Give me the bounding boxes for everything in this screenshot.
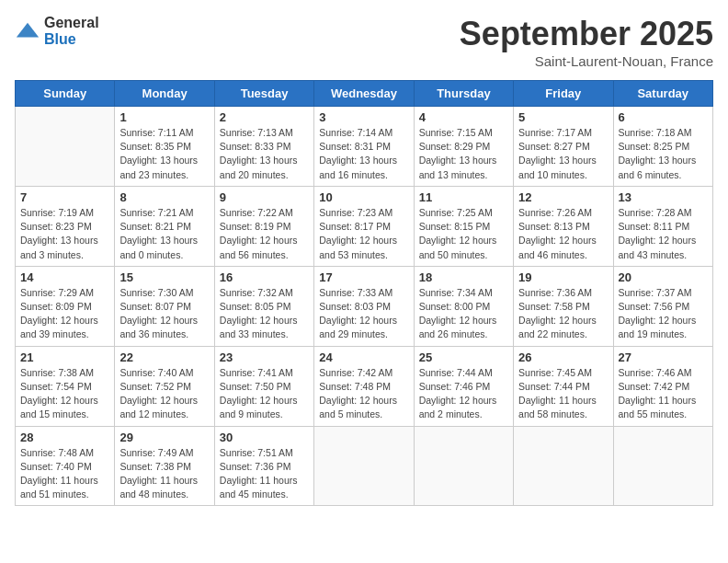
calendar-cell: 13Sunrise: 7:28 AMSunset: 8:11 PMDayligh… [613, 186, 712, 266]
column-header-wednesday: Wednesday [314, 81, 414, 107]
calendar-cell: 10Sunrise: 7:23 AMSunset: 8:17 PMDayligh… [314, 186, 414, 266]
calendar-cell: 19Sunrise: 7:36 AMSunset: 7:58 PMDayligh… [514, 266, 613, 346]
calendar-cell [414, 426, 513, 506]
day-number: 28 [20, 431, 109, 444]
day-info: Sunrise: 7:22 AMSunset: 8:19 PMDaylight:… [220, 206, 309, 262]
day-info: Sunrise: 7:14 AMSunset: 8:31 PMDaylight:… [319, 126, 408, 182]
calendar-cell: 15Sunrise: 7:30 AMSunset: 8:07 PMDayligh… [115, 266, 214, 346]
calendar-cell: 29Sunrise: 7:49 AMSunset: 7:38 PMDayligh… [115, 426, 214, 506]
calendar-cell: 8Sunrise: 7:21 AMSunset: 8:21 PMDaylight… [115, 186, 214, 266]
calendar-cell: 24Sunrise: 7:42 AMSunset: 7:48 PMDayligh… [314, 346, 414, 426]
calendar-cell: 14Sunrise: 7:29 AMSunset: 8:09 PMDayligh… [16, 266, 115, 346]
day-info: Sunrise: 7:32 AMSunset: 8:05 PMDaylight:… [220, 286, 309, 342]
day-number: 17 [319, 270, 408, 284]
calendar-cell: 16Sunrise: 7:32 AMSunset: 8:05 PMDayligh… [214, 266, 313, 346]
column-header-tuesday: Tuesday [214, 81, 313, 107]
day-number: 16 [220, 270, 309, 284]
calendar-week-2: 7Sunrise: 7:19 AMSunset: 8:23 PMDaylight… [16, 186, 713, 266]
calendar-cell [314, 426, 414, 506]
column-header-saturday: Saturday [613, 81, 712, 107]
day-number: 26 [518, 350, 608, 364]
logo-blue: Blue [44, 31, 99, 48]
day-number: 14 [20, 270, 109, 284]
day-number: 6 [619, 110, 708, 124]
day-number: 22 [119, 350, 209, 364]
calendar-cell: 1Sunrise: 7:11 AMSunset: 8:35 PMDaylight… [115, 107, 214, 187]
column-header-monday: Monday [115, 81, 214, 107]
calendar-week-5: 28Sunrise: 7:48 AMSunset: 7:40 PMDayligh… [16, 426, 713, 506]
day-number: 21 [20, 350, 109, 364]
calendar-cell: 25Sunrise: 7:44 AMSunset: 7:46 PMDayligh… [414, 346, 513, 426]
day-info: Sunrise: 7:36 AMSunset: 7:58 PMDaylight:… [518, 286, 608, 342]
day-number: 30 [220, 431, 309, 444]
day-number: 23 [220, 350, 309, 364]
day-info: Sunrise: 7:28 AMSunset: 8:11 PMDaylight:… [619, 206, 708, 262]
calendar-cell [16, 107, 115, 187]
day-info: Sunrise: 7:30 AMSunset: 8:07 PMDaylight:… [119, 286, 209, 342]
logo-general: General [44, 15, 99, 31]
day-number: 7 [20, 190, 109, 204]
day-info: Sunrise: 7:38 AMSunset: 7:54 PMDaylight:… [20, 366, 109, 422]
day-info: Sunrise: 7:37 AMSunset: 7:56 PMDaylight:… [619, 286, 708, 342]
calendar-table: SundayMondayTuesdayWednesdayThursdayFrid… [15, 80, 713, 506]
day-info: Sunrise: 7:49 AMSunset: 7:38 PMDaylight:… [119, 446, 209, 502]
calendar-cell: 4Sunrise: 7:15 AMSunset: 8:29 PMDaylight… [414, 107, 513, 187]
calendar-cell: 26Sunrise: 7:45 AMSunset: 7:44 PMDayligh… [514, 346, 613, 426]
day-number: 27 [619, 350, 708, 364]
calendar-cell: 7Sunrise: 7:19 AMSunset: 8:23 PMDaylight… [16, 186, 115, 266]
day-number: 15 [119, 270, 209, 284]
day-info: Sunrise: 7:46 AMSunset: 7:42 PMDaylight:… [619, 366, 708, 422]
day-info: Sunrise: 7:44 AMSunset: 7:46 PMDaylight:… [419, 366, 508, 422]
day-info: Sunrise: 7:21 AMSunset: 8:21 PMDaylight:… [119, 206, 209, 262]
calendar-week-3: 14Sunrise: 7:29 AMSunset: 8:09 PMDayligh… [16, 266, 713, 346]
day-info: Sunrise: 7:18 AMSunset: 8:25 PMDaylight:… [619, 126, 708, 182]
day-info: Sunrise: 7:11 AMSunset: 8:35 PMDaylight:… [119, 126, 209, 182]
calendar-cell: 5Sunrise: 7:17 AMSunset: 8:27 PMDaylight… [514, 107, 613, 187]
day-number: 8 [119, 190, 209, 204]
day-info: Sunrise: 7:29 AMSunset: 8:09 PMDaylight:… [20, 286, 109, 342]
logo: General Blue [15, 15, 99, 47]
day-info: Sunrise: 7:15 AMSunset: 8:29 PMDaylight:… [419, 126, 508, 182]
day-info: Sunrise: 7:13 AMSunset: 8:33 PMDaylight:… [220, 126, 309, 182]
location-subtitle: Saint-Laurent-Nouan, France [460, 53, 713, 69]
day-info: Sunrise: 7:48 AMSunset: 7:40 PMDaylight:… [20, 446, 109, 502]
day-number: 20 [619, 270, 708, 284]
column-header-friday: Friday [514, 81, 613, 107]
day-number: 24 [319, 350, 408, 364]
day-number: 2 [220, 110, 309, 124]
calendar-cell: 3Sunrise: 7:14 AMSunset: 8:31 PMDaylight… [314, 107, 414, 187]
day-number: 1 [119, 110, 209, 124]
day-info: Sunrise: 7:26 AMSunset: 8:13 PMDaylight:… [518, 206, 608, 262]
page-header: General Blue September 2025 Saint-Lauren… [15, 15, 713, 69]
calendar-cell: 21Sunrise: 7:38 AMSunset: 7:54 PMDayligh… [16, 346, 115, 426]
column-header-sunday: Sunday [16, 81, 115, 107]
calendar-cell: 18Sunrise: 7:34 AMSunset: 8:00 PMDayligh… [414, 266, 513, 346]
day-number: 10 [319, 190, 408, 204]
calendar-cell: 30Sunrise: 7:51 AMSunset: 7:36 PMDayligh… [214, 426, 313, 506]
day-number: 29 [119, 431, 209, 444]
day-info: Sunrise: 7:42 AMSunset: 7:48 PMDaylight:… [319, 366, 408, 422]
day-info: Sunrise: 7:17 AMSunset: 8:27 PMDaylight:… [518, 126, 608, 182]
day-number: 13 [619, 190, 708, 204]
header-row: SundayMondayTuesdayWednesdayThursdayFrid… [16, 81, 713, 107]
calendar-cell: 11Sunrise: 7:25 AMSunset: 8:15 PMDayligh… [414, 186, 513, 266]
day-number: 9 [220, 190, 309, 204]
day-number: 25 [419, 350, 508, 364]
day-info: Sunrise: 7:19 AMSunset: 8:23 PMDaylight:… [20, 206, 109, 262]
calendar-cell: 22Sunrise: 7:40 AMSunset: 7:52 PMDayligh… [115, 346, 214, 426]
calendar-cell [514, 426, 613, 506]
calendar-cell: 28Sunrise: 7:48 AMSunset: 7:40 PMDayligh… [16, 426, 115, 506]
calendar-cell: 12Sunrise: 7:26 AMSunset: 8:13 PMDayligh… [514, 186, 613, 266]
day-info: Sunrise: 7:34 AMSunset: 8:00 PMDaylight:… [419, 286, 508, 342]
title-block: September 2025 Saint-Laurent-Nouan, Fran… [460, 15, 713, 69]
day-number: 5 [518, 110, 608, 124]
calendar-week-4: 21Sunrise: 7:38 AMSunset: 7:54 PMDayligh… [16, 346, 713, 426]
calendar-cell: 20Sunrise: 7:37 AMSunset: 7:56 PMDayligh… [613, 266, 712, 346]
logo-icon [15, 18, 40, 44]
day-number: 3 [319, 110, 408, 124]
logo-text: General Blue [44, 15, 99, 47]
day-info: Sunrise: 7:45 AMSunset: 7:44 PMDaylight:… [518, 366, 608, 422]
day-info: Sunrise: 7:41 AMSunset: 7:50 PMDaylight:… [220, 366, 309, 422]
calendar-cell: 17Sunrise: 7:33 AMSunset: 8:03 PMDayligh… [314, 266, 414, 346]
calendar-cell: 9Sunrise: 7:22 AMSunset: 8:19 PMDaylight… [214, 186, 313, 266]
